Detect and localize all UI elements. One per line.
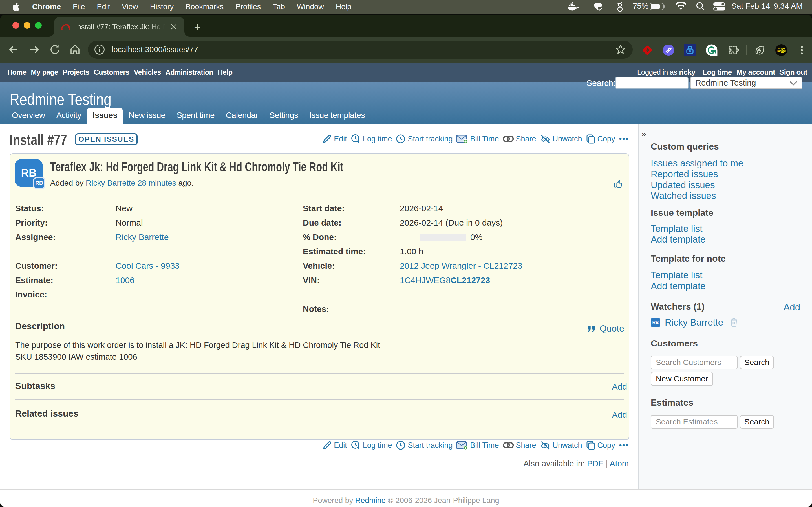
svg-text:Fabrication: Fabrication [777,50,786,52]
svg-text:Barrette: Barrette [777,48,784,50]
